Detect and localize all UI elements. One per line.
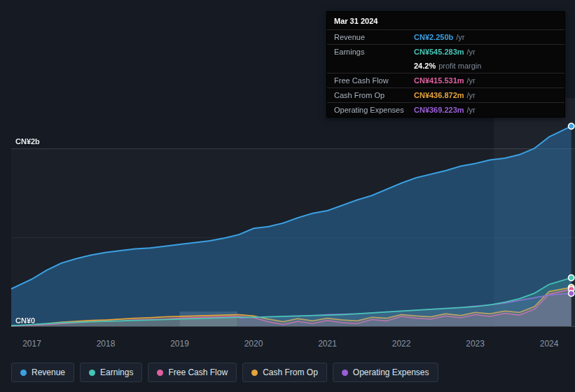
legend-dot-icon [157, 370, 163, 376]
tooltip-row: 24.2%profit margin [327, 59, 564, 73]
x-tick-2021: 2021 [314, 339, 342, 349]
legend-dot-icon [342, 370, 348, 376]
tooltip-row-suffix: /yr [467, 76, 476, 85]
tooltip-row-suffix: /yr [467, 106, 476, 114]
tooltip-row: RevenueCN¥2.250b/yr [327, 29, 564, 44]
legend-item-operating-expenses[interactable]: Operating Expenses [333, 363, 438, 382]
tooltip-row-value: CN¥436.872m [414, 91, 464, 99]
chart-tooltip: Mar 31 2024 RevenueCN¥2.250b/yrEarningsC… [326, 11, 565, 118]
tooltip-row-label: Cash From Op [334, 91, 414, 99]
tooltip-row-value: CN¥369.223m [414, 106, 464, 114]
legend-label: Operating Expenses [353, 368, 429, 377]
x-tick-2020: 2020 [240, 339, 268, 349]
legend-dot-icon [20, 370, 27, 376]
tooltip-row-value: 24.2% [414, 62, 436, 70]
x-tick-2022: 2022 [387, 339, 415, 349]
tooltip-row-suffix: /yr [467, 48, 476, 56]
financial-history-page: CN¥2b CN¥0 20172018201920202021202220232… [0, 0, 575, 392]
legend: RevenueEarningsFree Cash FlowCash From O… [11, 363, 438, 382]
x-tick-2023: 2023 [462, 339, 490, 349]
legend-item-cash-from-op[interactable]: Cash From Op [242, 363, 327, 382]
legend-item-free-cash-flow[interactable]: Free Cash Flow [148, 363, 237, 382]
legend-label: Earnings [100, 368, 133, 377]
tooltip-row-suffix: /yr [456, 33, 464, 41]
tooltip-row-value: CN¥415.531m [414, 76, 464, 85]
tooltip-row: Operating ExpensesCN¥369.223m/yr [327, 102, 564, 117]
x-tick-2024: 2024 [535, 339, 563, 349]
x-tick-2017: 2017 [18, 339, 46, 349]
tooltip-row: Free Cash FlowCN¥415.531m/yr [327, 73, 564, 88]
tooltip-row-suffix: profit margin [438, 62, 481, 70]
tooltip-row-suffix: /yr [467, 91, 476, 99]
tooltip-row-value: CN¥545.283m [414, 48, 464, 56]
y-axis-label-zero: CN¥0 [15, 316, 35, 325]
x-tick-2019: 2019 [166, 339, 194, 349]
legend-item-earnings[interactable]: Earnings [80, 363, 142, 382]
legend-dot-icon [89, 370, 95, 376]
legend-label: Revenue [32, 368, 65, 377]
tooltip-rows: RevenueCN¥2.250b/yrEarningsCN¥545.283m/y… [327, 29, 564, 117]
legend-label: Free Cash Flow [168, 368, 228, 377]
x-axis: 20172018201920202021202220232024 [0, 339, 575, 350]
tooltip-row-label: Revenue [334, 33, 414, 41]
tooltip-row-label: Earnings [334, 48, 414, 56]
legend-label: Cash From Op [263, 368, 318, 377]
tooltip-row-label: Operating Expenses [334, 106, 414, 114]
y-axis-label-top: CN¥2b [15, 137, 40, 146]
tooltip-row-value: CN¥2.250b [414, 33, 453, 41]
tooltip-row-label: Free Cash Flow [334, 76, 414, 85]
x-tick-2018: 2018 [92, 339, 120, 349]
tooltip-date: Mar 31 2024 [327, 12, 564, 29]
legend-dot-icon [251, 370, 258, 376]
tooltip-row: EarningsCN¥545.283m/yr [327, 44, 564, 59]
tooltip-row: Cash From OpCN¥436.872m/yr [327, 88, 564, 102]
legend-item-revenue[interactable]: Revenue [11, 363, 74, 382]
